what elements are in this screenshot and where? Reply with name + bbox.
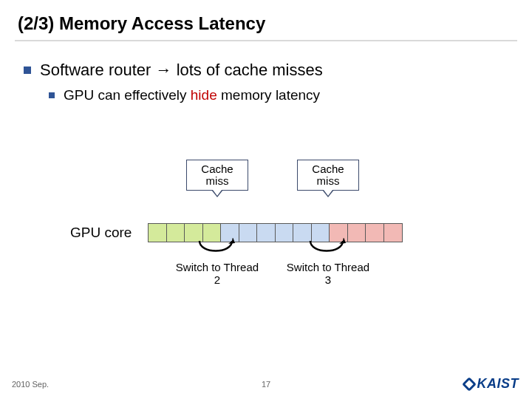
thread-cell [166, 223, 185, 242]
logo-diamond-icon [462, 377, 477, 392]
bullet-l2-emph: hide [191, 87, 217, 103]
thread-cell [275, 223, 294, 242]
switch-label-1: Switch to Thread 2 [173, 262, 262, 286]
bullet-level1-text: Software router → lots of cache misses [40, 61, 323, 80]
thread-cell [256, 223, 276, 242]
bullet-square-icon [49, 92, 55, 98]
bullet-level1: Software router → lots of cache misses [24, 61, 510, 80]
callout-box: Cache miss [297, 160, 359, 191]
callout-cache-miss-2: Cache miss [297, 160, 359, 197]
callout-tail-icon [211, 190, 223, 197]
bullet-level2-text: GPU can effectively hide memory latency [64, 87, 320, 103]
callout-box: Cache miss [186, 160, 248, 191]
bullet-l2-pre: GPU can effectively [64, 87, 191, 103]
gpu-core-label: GPU core [70, 225, 132, 241]
bullet-l2-post: memory latency [217, 87, 320, 103]
thread-cell [383, 223, 403, 242]
kaist-logo: KAIST [464, 376, 519, 392]
title-area: (2/3) Memory Access Latency [0, 0, 532, 37]
thread-track [148, 223, 403, 242]
bullet-level2: GPU can effectively hide memory latency [49, 87, 510, 103]
body: Software router → lots of cache misses G… [0, 41, 532, 103]
logo-text: KAIST [477, 376, 519, 392]
switch-label-2: Switch to Thread 3 [284, 262, 372, 286]
callout-cache-miss-1: Cache miss [186, 160, 248, 197]
thread-cell [239, 223, 258, 242]
switch-arrow-1-icon [195, 238, 236, 259]
thread-cell [365, 223, 384, 242]
bullet-square-icon [24, 66, 31, 74]
switch-arrow-2-icon [306, 238, 347, 259]
thread-cell [347, 223, 366, 242]
thread-cell [148, 223, 167, 242]
footer-page-number: 17 [0, 380, 532, 389]
diagram: Cache miss Cache miss GPU core Switch to… [0, 155, 532, 325]
callout-tail-icon [322, 190, 334, 197]
slide-title: (2/3) Memory Access Latency [18, 13, 514, 34]
